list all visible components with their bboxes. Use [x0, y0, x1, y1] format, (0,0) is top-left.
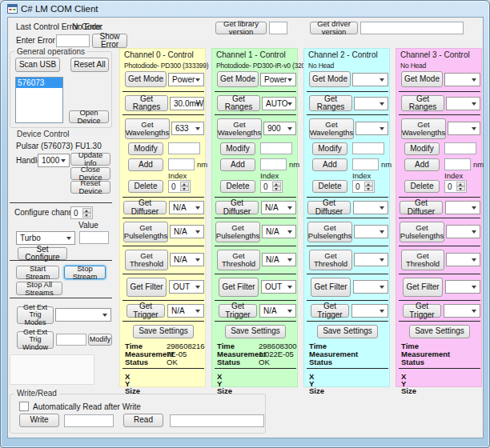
stop-all-streams-button[interactable]: Stop All Streams: [16, 282, 62, 295]
save-settings-button[interactable]: Save Settings: [409, 325, 470, 338]
stop-stream-button[interactable]: Stop Stream: [64, 266, 106, 279]
get-filter-button[interactable]: Get Filter: [403, 278, 443, 297]
handle-combo[interactable]: 1000: [38, 154, 70, 167]
get-trigger-button[interactable]: Get Trigger: [127, 304, 165, 318]
ext-trig-window-input[interactable]: [56, 334, 86, 346]
get-diffuser-button[interactable]: Get Diffuser: [400, 201, 443, 214]
modify-input[interactable]: [260, 142, 292, 154]
wavelengths-combo[interactable]: [448, 122, 480, 135]
get-mode-button[interactable]: Get Mode: [309, 71, 351, 87]
get-ranges-button[interactable]: Get Ranges: [401, 95, 444, 111]
get-wavelengths-button[interactable]: Get Wavelengths: [309, 118, 354, 139]
auto-read-checkbox[interactable]: [19, 402, 29, 411]
get-filter-button[interactable]: Get Filter: [219, 278, 259, 297]
get-ext-trig-modes-button[interactable]: Get Ext Trig Modes: [17, 306, 54, 324]
filter-combo[interactable]: [353, 280, 388, 294]
ext-trig-modify-button[interactable]: Modify: [88, 334, 112, 346]
driver-version-field[interactable]: [360, 22, 464, 34]
threshold-combo[interactable]: N/A: [170, 253, 204, 266]
add-button[interactable]: Add: [220, 158, 255, 171]
get-library-version-button[interactable]: Get library version: [215, 22, 267, 34]
get-diffuser-button[interactable]: Get Diffuser: [215, 201, 259, 214]
trigger-combo[interactable]: N/A: [167, 304, 204, 318]
scan-usb-button[interactable]: Scan USB: [15, 58, 60, 72]
open-device-button[interactable]: Open Device: [69, 110, 109, 123]
modify-button[interactable]: Modify: [220, 142, 255, 155]
trigger-combo[interactable]: [444, 304, 480, 318]
get-trigger-button[interactable]: Get Trigger: [311, 304, 349, 318]
modify-input[interactable]: [444, 142, 476, 154]
add-input[interactable]: [352, 158, 379, 170]
diffuser-combo[interactable]: [353, 201, 388, 214]
get-filter-button[interactable]: Get Filter: [127, 278, 167, 297]
set-configure-button[interactable]: Set Configure: [18, 247, 67, 260]
get-wavelengths-button[interactable]: Get Wavelengths: [217, 118, 262, 139]
configure-channel-spinner[interactable]: 0: [70, 206, 93, 219]
spinner-down-icon[interactable]: [82, 213, 91, 218]
titlebar[interactable]: C# LM COM Client: [1, 1, 490, 17]
get-mode-button[interactable]: Get Mode: [125, 71, 167, 87]
add-input[interactable]: [168, 158, 195, 170]
get-mode-button[interactable]: Get Mode: [217, 71, 259, 87]
library-version-field[interactable]: [269, 22, 287, 34]
filter-combo[interactable]: OUT: [169, 280, 204, 294]
mode-combo[interactable]: Power: [168, 73, 204, 86]
mode-combo[interactable]: Power: [260, 73, 296, 86]
filter-combo[interactable]: OUT: [261, 280, 296, 294]
get-mode-button[interactable]: Get Mode: [401, 71, 443, 87]
spinner-down-icon[interactable]: [272, 186, 281, 191]
delete-button[interactable]: Delete: [220, 180, 255, 193]
index-spinner[interactable]: 0: [168, 180, 191, 193]
add-button[interactable]: Add: [128, 158, 163, 171]
update-info-button[interactable]: Update info: [70, 153, 110, 166]
spinner-down-icon[interactable]: [364, 186, 373, 191]
get-pulselengths-button[interactable]: Get Pulselengths: [123, 222, 168, 242]
mode-combo[interactable]: [352, 73, 388, 86]
delete-button[interactable]: Delete: [404, 180, 440, 193]
get-threshold-button[interactable]: Get Threshold: [401, 250, 444, 270]
save-settings-button[interactable]: Save Settings: [133, 325, 194, 338]
wavelengths-combo[interactable]: [355, 122, 388, 135]
add-button[interactable]: Add: [312, 158, 347, 171]
filter-combo[interactable]: [445, 280, 480, 294]
diffuser-combo[interactable]: N/A: [169, 201, 204, 214]
wavelengths-combo[interactable]: 633: [171, 122, 204, 135]
modify-button[interactable]: Modify: [404, 142, 440, 155]
add-input[interactable]: [444, 158, 471, 170]
write-button[interactable]: Write: [19, 414, 59, 427]
show-error-button[interactable]: Show Error: [92, 34, 127, 48]
get-diffuser-button[interactable]: Get Diffuser: [307, 201, 351, 214]
get-driver-version-button[interactable]: Get driver version: [310, 22, 358, 34]
save-settings-button[interactable]: Save Settings: [225, 325, 286, 338]
delete-button[interactable]: Delete: [128, 180, 163, 193]
ranges-combo[interactable]: [446, 97, 480, 110]
ranges-combo[interactable]: 30.0mW: [170, 97, 204, 110]
device-list-item[interactable]: 576073: [16, 78, 62, 88]
spinner-down-icon[interactable]: [456, 186, 465, 191]
get-wavelengths-button[interactable]: Get Wavelengths: [401, 118, 446, 139]
threshold-combo[interactable]: [446, 253, 480, 266]
reset-device-button[interactable]: Reset Device: [70, 181, 110, 194]
trigger-combo[interactable]: N/A: [259, 304, 296, 318]
diffuser-combo[interactable]: N/A: [261, 201, 296, 214]
get-threshold-button[interactable]: Get Threshold: [217, 250, 260, 270]
start-stream-button[interactable]: Start Stream: [16, 266, 59, 279]
trigger-combo[interactable]: [351, 304, 388, 318]
ranges-combo[interactable]: [354, 97, 388, 110]
get-pulselengths-button[interactable]: Get Pulselengths: [215, 222, 260, 242]
modify-input[interactable]: [168, 142, 200, 154]
save-settings-button[interactable]: Save Settings: [317, 325, 378, 338]
read-output[interactable]: [170, 414, 264, 427]
get-threshold-button[interactable]: Get Threshold: [125, 250, 168, 270]
modify-button[interactable]: Modify: [312, 142, 347, 155]
pulselengths-combo[interactable]: [446, 225, 480, 238]
mode-combo[interactable]: [444, 73, 480, 86]
configure-value-input[interactable]: [79, 231, 109, 244]
get-diffuser-button[interactable]: Get Diffuser: [123, 201, 167, 214]
diffuser-combo[interactable]: [445, 201, 480, 214]
threshold-combo[interactable]: [354, 253, 388, 266]
get-ranges-button[interactable]: Get Ranges: [125, 95, 168, 111]
get-wavelengths-button[interactable]: Get Wavelengths: [125, 118, 170, 139]
get-trigger-button[interactable]: Get Trigger: [403, 304, 441, 318]
get-pulselengths-button[interactable]: Get Pulselengths: [307, 222, 352, 242]
